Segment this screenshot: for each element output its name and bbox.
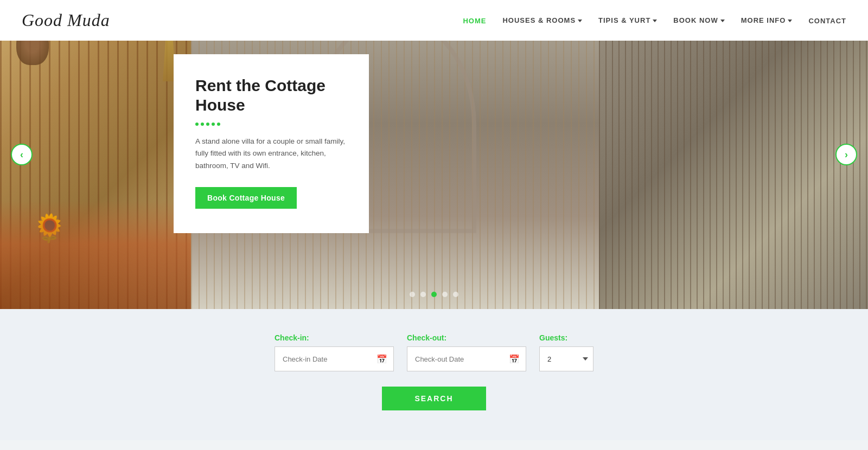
nav-item-tipis-yurt[interactable]: TIPIS & YURT — [598, 16, 657, 24]
guests-field: Guests: 1 2 3 4 5 6 — [539, 333, 593, 371]
nav-link-tipis-yurt[interactable]: TIPIS & YURT — [598, 16, 650, 24]
nav-link-houses-rooms[interactable]: HOUSES & ROOMS — [502, 16, 576, 24]
checkout-field: Check-out: 📅 — [407, 333, 526, 371]
chevron-down-icon — [653, 20, 657, 22]
guests-select-wrap: 1 2 3 4 5 6 — [539, 346, 593, 371]
slider-dot-5[interactable] — [453, 292, 458, 297]
nav-link-home[interactable]: HOME — [463, 17, 486, 25]
checkin-input-wrap: 📅 — [275, 346, 394, 371]
slider-next-button[interactable]: › — [835, 144, 857, 165]
site-logo: Good Muda — [22, 10, 110, 30]
slider-dot-2[interactable] — [420, 292, 426, 297]
nav-links: HOME HOUSES & ROOMS TIPIS & YURT BOOK NO… — [463, 16, 846, 25]
divider-dot-5 — [217, 123, 220, 126]
nav-item-book-now[interactable]: BOOK NOW — [673, 16, 724, 24]
checkout-label: Check-out: — [407, 333, 526, 342]
checkin-field: Check-in: 📅 — [275, 333, 394, 371]
hero-divider — [195, 123, 347, 126]
checkin-input[interactable] — [275, 346, 394, 371]
checkout-input[interactable] — [407, 346, 526, 371]
guests-select[interactable]: 1 2 3 4 5 6 — [539, 346, 593, 371]
nav-link-book-now[interactable]: BOOK NOW — [673, 16, 718, 24]
hero-panel-right — [599, 0, 868, 309]
chevron-down-icon — [788, 20, 792, 22]
slider-dot-3[interactable] — [431, 292, 437, 297]
divider-dot-2 — [201, 123, 204, 126]
slider-dots — [410, 292, 458, 297]
decor-sofa — [0, 201, 191, 309]
chevron-left-icon: ‹ — [20, 149, 23, 160]
hero-description: A stand alone villa for a couple or smal… — [195, 136, 347, 172]
booking-bar: Check-in: 📅 Check-out: 📅 Guests: 1 2 3 — [0, 309, 868, 440]
search-button[interactable]: SEARCH — [382, 387, 486, 410]
nav-item-home[interactable]: HOME — [463, 16, 486, 25]
chevron-right-icon: › — [845, 149, 848, 160]
divider-dot-1 — [195, 123, 199, 126]
slider-prev-button[interactable]: ‹ — [11, 144, 33, 165]
nav-item-houses-rooms[interactable]: HOUSES & ROOMS — [502, 16, 582, 24]
navbar: Good Muda HOME HOUSES & ROOMS TIPIS & YU… — [0, 0, 868, 41]
book-cottage-button[interactable]: Book Cottage House — [195, 187, 297, 209]
slider-dot-1[interactable] — [410, 292, 415, 297]
nav-item-more-info[interactable]: MORE INFO — [741, 16, 793, 24]
divider-dot-4 — [212, 123, 215, 126]
hero-section: 🌻 ‹ Rent the Cottage House A stand alone… — [0, 0, 868, 309]
divider-dot-3 — [206, 123, 209, 126]
hero-content-box: Rent the Cottage House A stand alone vil… — [174, 54, 369, 233]
hero-background: 🌻 — [0, 0, 868, 309]
nav-item-contact[interactable]: CONTACT — [808, 16, 846, 25]
guests-label: Guests: — [539, 333, 593, 342]
checkout-input-wrap: 📅 — [407, 346, 526, 371]
booking-fields: Check-in: 📅 Check-out: 📅 Guests: 1 2 3 — [275, 333, 593, 371]
hero-title: Rent the Cottage House — [195, 76, 347, 115]
checkin-label: Check-in: — [275, 333, 394, 342]
chevron-down-icon — [578, 20, 582, 22]
nav-link-contact[interactable]: CONTACT — [808, 17, 846, 25]
slider-dot-4[interactable] — [442, 292, 448, 297]
chevron-down-icon — [720, 20, 725, 22]
nav-link-more-info[interactable]: MORE INFO — [741, 16, 786, 24]
